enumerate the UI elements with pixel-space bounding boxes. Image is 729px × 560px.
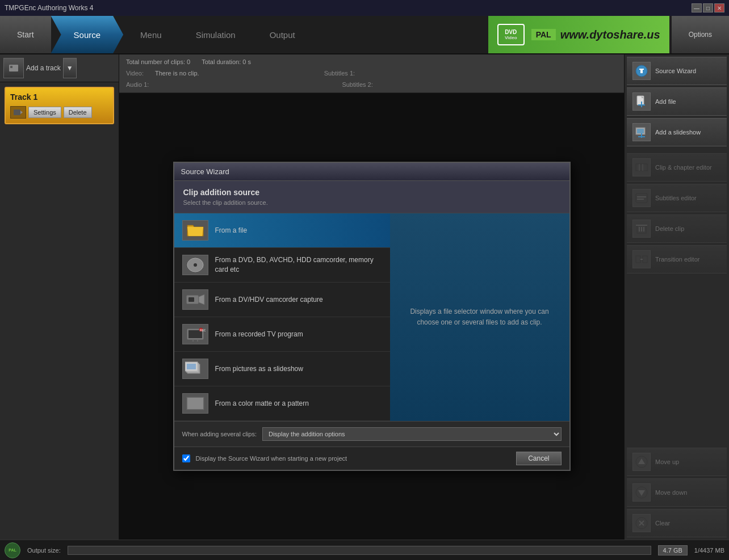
move-up-label: Move up <box>655 458 679 465</box>
main-area: Add a track ▼ Track 1 Settings Delete To… <box>0 54 729 540</box>
add-file-icon <box>632 92 651 111</box>
source-option-slideshow-label: From pictures as a slideshow <box>215 364 303 374</box>
nav-options[interactable]: Options <box>672 16 729 53</box>
source-options-list: From a file From a DVD, BD, AVCHD, HDD c… <box>174 213 390 421</box>
svg-marker-3 <box>20 111 23 114</box>
dialog-overlay: Source Wizard Clip addition source Selec… <box>119 93 624 540</box>
source-option-disc-label: From a DVD, BD, AVCHD, HDD camcorder, me… <box>215 255 382 275</box>
nav-output[interactable]: Output <box>253 16 312 53</box>
cancel-button[interactable]: Cancel <box>516 452 561 465</box>
add-file-button[interactable]: Add file <box>627 87 727 116</box>
source-option-file[interactable]: From a file <box>174 213 390 248</box>
minimize-button[interactable]: — <box>692 3 702 12</box>
subtitles-icon <box>632 189 651 207</box>
delete-clip-button[interactable]: Delete clip <box>627 214 727 243</box>
svg-rect-33 <box>636 193 647 203</box>
source-option-dv-label: From a DV/HDV camcorder capture <box>215 295 323 305</box>
track-icon-button[interactable] <box>3 58 24 78</box>
pal-status-indicator: PAL <box>5 542 20 558</box>
svg-rect-30 <box>636 164 647 171</box>
track-delete-button[interactable]: Delete <box>64 107 92 118</box>
svg-rect-9 <box>188 297 194 302</box>
clip-chapter-editor-button[interactable]: Clip & chapter editor <box>627 153 727 182</box>
output-size-value: 4.7 GB <box>658 545 688 555</box>
info-bar: Total number of clips: 0 Total duration:… <box>119 54 624 93</box>
clip-source-title: Clip addition source <box>183 188 560 197</box>
add-track-label: Add a track <box>26 64 61 72</box>
clip-source-header: Clip addition source Select the clip add… <box>174 181 569 213</box>
video-label: Video: <box>126 68 144 79</box>
source-option-file-label: From a file <box>215 226 248 235</box>
photos-icon <box>182 359 208 379</box>
nav-simulation[interactable]: Simulation <box>179 16 253 53</box>
source-wizard-label: Source Wizard <box>655 68 696 74</box>
source-option-dv[interactable]: From a DV/HDV camcorder capture <box>174 283 390 317</box>
dialog-body: Clip addition source Select the clip add… <box>174 181 569 470</box>
transition-editor-button[interactable]: Transition editor <box>627 245 727 273</box>
show-wizard-checkbox[interactable] <box>182 454 190 462</box>
nav-start[interactable]: Start <box>0 16 51 53</box>
svg-rect-41 <box>636 256 640 263</box>
clip-chapter-label: Clip & chapter editor <box>655 164 712 171</box>
source-wizard-dialog: Source Wizard Clip addition source Selec… <box>173 162 571 471</box>
maximize-button[interactable]: □ <box>703 3 713 12</box>
right-panel: Source Wizard Add file Add a slideshow C… <box>624 54 729 540</box>
track-buttons: Settings Delete <box>10 106 108 119</box>
move-up-button[interactable]: Move up <box>627 448 727 476</box>
disc-icon <box>182 255 208 275</box>
pal-format-badge: PAL <box>531 29 556 40</box>
add-file-label: Add file <box>655 98 676 105</box>
total-duration: Total duration: 0 s <box>202 57 251 68</box>
dvd-url: www.dytoshare.us <box>560 28 660 41</box>
clip-area: Source Wizard Clip addition source Selec… <box>119 93 624 540</box>
track-settings-button[interactable]: Settings <box>28 107 61 118</box>
center-panel: Total number of clips: 0 Total duration:… <box>119 54 624 540</box>
addition-options-select[interactable]: Display the addition options Add as sepa… <box>262 427 562 441</box>
left-panel: Add a track ▼ Track 1 Settings Delete <box>0 54 119 540</box>
svg-rect-2 <box>14 110 20 115</box>
source-option-slideshow[interactable]: From pictures as a slideshow <box>174 352 390 386</box>
video-value: There is no clip. <box>155 68 199 79</box>
track-item: Track 1 Settings Delete <box>5 87 114 124</box>
move-up-icon <box>632 453 651 471</box>
folder-icon <box>182 220 208 241</box>
navbar: Start Source Menu Simulation Output DVD … <box>0 16 729 54</box>
preview-description: Displays a file selector window where yo… <box>399 306 560 328</box>
track-dropdown-arrow[interactable]: ▼ <box>63 58 77 78</box>
nav-menu[interactable]: Menu <box>123 16 179 53</box>
app-title: TMPGEnc Authoring Works 4 <box>5 4 94 12</box>
source-wizard-button[interactable]: Source Wizard <box>627 57 727 85</box>
source-wizard-icon <box>632 62 651 80</box>
subtitles1-label: Subtitles 1: <box>324 68 355 79</box>
clear-label: Clear <box>655 520 670 527</box>
subtitles-editor-button[interactable]: Subtitles editor <box>627 184 727 212</box>
svg-rect-21 <box>187 398 203 409</box>
output-size-label: Output size: <box>27 547 61 554</box>
svg-marker-8 <box>199 294 204 305</box>
add-slideshow-label: Add a slideshow <box>655 129 701 136</box>
tv-icon: REC <box>182 324 208 344</box>
add-slideshow-button[interactable]: Add a slideshow <box>627 118 727 146</box>
svg-point-5 <box>194 263 197 267</box>
source-option-disc[interactable]: From a DVD, BD, AVCHD, HDD camcorder, me… <box>174 248 390 283</box>
nav-source[interactable]: Source <box>51 16 124 53</box>
dialog-footer: Display the Source Wizard when starting … <box>174 447 569 470</box>
subtitles2-label: Subtitles 2: <box>342 79 372 91</box>
color-icon <box>182 393 208 414</box>
source-option-color[interactable]: From a color matte or a pattern <box>174 386 390 421</box>
track-name: Track 1 <box>10 92 108 102</box>
page-info: 1/4437 MB <box>694 547 724 554</box>
total-clips: Total number of clips: 0 <box>126 57 190 68</box>
track-list: Track 1 Settings Delete <box>0 82 119 540</box>
source-option-tv[interactable]: REC From a recorded TV program <box>174 317 390 352</box>
move-down-button[interactable]: Move down <box>627 478 727 507</box>
delete-clip-label: Delete clip <box>655 225 684 232</box>
source-option-color-label: From a color matte or a pattern <box>215 399 309 409</box>
move-down-label: Move down <box>655 489 687 496</box>
clear-button[interactable]: Clear <box>627 509 727 537</box>
svg-text:REC: REC <box>200 329 206 332</box>
close-button[interactable]: ✕ <box>714 3 724 12</box>
dvd-badge: DVD Video PAL www.dytoshare.us <box>488 16 669 53</box>
svg-rect-42 <box>643 256 647 263</box>
output-progress-bar <box>68 546 651 555</box>
